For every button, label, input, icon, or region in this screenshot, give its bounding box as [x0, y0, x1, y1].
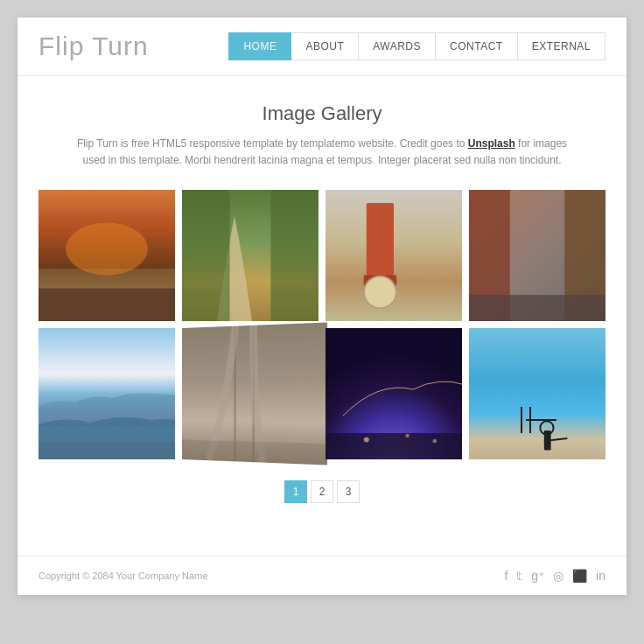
nav-awards[interactable]: AWARDS [359, 32, 436, 60]
svg-rect-21 [326, 433, 462, 459]
gallery-image-8[interactable] [469, 328, 606, 459]
svg-rect-25 [469, 328, 606, 459]
page-btn-2[interactable]: 2 [311, 480, 333, 503]
svg-rect-19 [182, 440, 327, 466]
svg-rect-8 [367, 203, 394, 282]
instagram-icon[interactable]: ⬛ [572, 569, 587, 583]
nav-home[interactable]: HOME [228, 32, 291, 60]
svg-point-23 [405, 434, 410, 438]
twitter-icon[interactable]: 𝕥 [516, 569, 522, 583]
pagination: 1 2 3 [38, 480, 606, 503]
nav-about[interactable]: ABOUT [291, 32, 359, 60]
gallery-image-7[interactable] [326, 328, 462, 459]
svg-rect-15 [469, 295, 606, 321]
gallery-image-4[interactable] [469, 190, 606, 321]
unsplash-link[interactable]: Unsplash [468, 137, 515, 150]
gallery-title: Image Gallery [38, 102, 606, 125]
page-btn-3[interactable]: 3 [337, 480, 360, 503]
gallery-description: Flip Turn is free HTML5 responsive templ… [68, 136, 576, 169]
image-gallery-grid [38, 190, 606, 459]
navigation: HOME ABOUT AWARDS CONTACT EXTERNAL [228, 32, 606, 60]
header: Flip Turn HOME ABOUT AWARDS CONTACT EXTE… [18, 18, 626, 76]
linkedin-icon[interactable]: in [596, 569, 606, 583]
page-btn-1[interactable]: 1 [284, 480, 307, 503]
svg-point-22 [364, 438, 369, 443]
gallery-desc-text1: Flip Turn is free HTML5 responsive templ… [77, 137, 468, 150]
main-content: Image Gallery Flip Turn is free HTML5 re… [18, 76, 626, 556]
dribbble-icon[interactable]: ◎ [553, 569, 564, 583]
gallery-image-3[interactable] [326, 190, 462, 321]
gallery-image-5[interactable] [38, 328, 175, 459]
footer: Copyright © 2084 Your Company Name f 𝕥 g… [18, 556, 626, 595]
nav-contact[interactable]: CONTACT [436, 32, 518, 60]
svg-point-24 [433, 439, 438, 444]
facebook-icon[interactable]: f [504, 569, 508, 583]
gallery-image-6[interactable] [182, 323, 327, 466]
svg-point-10 [364, 276, 396, 309]
footer-copyright: Copyright © 2084 Your Company Name [38, 570, 207, 581]
googleplus-icon[interactable]: g⁺ [531, 569, 544, 583]
svg-rect-6 [270, 190, 318, 321]
nav-external[interactable]: EXTERNAL [518, 32, 606, 60]
site-title: Flip Turn [38, 32, 149, 61]
svg-rect-3 [38, 289, 175, 322]
gallery-image-1[interactable] [38, 190, 175, 321]
gallery-image-2[interactable] [182, 190, 318, 321]
svg-point-2 [66, 223, 148, 276]
footer-social-icons: f 𝕥 g⁺ ◎ ⬛ in [504, 569, 606, 583]
svg-rect-5 [182, 190, 230, 321]
website-wrapper: Flip Turn HOME ABOUT AWARDS CONTACT EXTE… [18, 18, 626, 595]
